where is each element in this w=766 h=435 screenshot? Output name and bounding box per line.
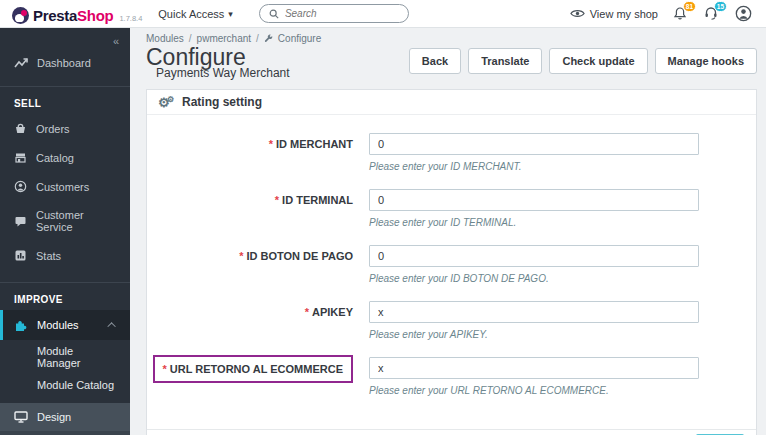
dashboard-icon [14, 57, 28, 69]
sidebar-item-stats[interactable]: Stats [0, 241, 130, 270]
field-help: Please enter your URL RETORNO AL ECOMMER… [369, 385, 699, 396]
panel-header: ⚙⚙ Rating setting [147, 90, 756, 115]
breadcrumb-pwmerchant[interactable]: pwmerchant [197, 33, 251, 44]
top-right-cluster: View my shop 81 15 [570, 5, 766, 22]
notifications-button[interactable]: 81 [673, 6, 689, 22]
account-avatar[interactable] [735, 5, 752, 22]
search-box[interactable] [259, 4, 409, 23]
field-help: Please enter your ID MERCHANT. [369, 161, 699, 172]
form-row-id-boton-de-pago: *ID BOTON DE PAGO Please enter your ID B… [147, 245, 756, 284]
field-label: *ID TERMINAL [147, 189, 353, 228]
notifications-badge: 81 [683, 1, 696, 12]
field-help: Please enter your APIKEY. [369, 329, 699, 340]
sidebar: « Dashboard SELL Orders Catalog Customer… [0, 28, 130, 435]
field-label: *URL RETORNO AL ECOMMERCE [147, 357, 353, 396]
brand-secondary: Shop [77, 7, 113, 24]
required-mark: * [239, 250, 243, 262]
check-update-button[interactable]: Check update [549, 48, 647, 74]
stats-icon [14, 249, 27, 262]
design-icon [14, 411, 28, 423]
form-row-url-retorno: *URL RETORNO AL ECOMMERCE Please enter y… [147, 357, 756, 396]
required-mark: * [163, 363, 167, 375]
sidebar-item-dashboard[interactable]: Dashboard [0, 49, 130, 77]
prestashop-admin: PrestaShop 1.7.8.4 Quick Access ▾ View m… [0, 0, 766, 435]
sidebar-section-improve: IMPROVE [0, 285, 130, 310]
sidebar-item-label: Customer Service [36, 209, 116, 233]
view-my-shop-link[interactable]: View my shop [570, 8, 658, 20]
sidebar-item-label: Modules [37, 319, 79, 331]
sidebar-item-customer-service[interactable]: Customer Service [0, 201, 130, 241]
view-my-shop-label: View my shop [590, 8, 658, 20]
search-icon [269, 9, 279, 19]
title-block: Configure Payments Way Merchant [146, 46, 290, 80]
id-terminal-input[interactable] [369, 189, 699, 211]
messages-badge: 15 [714, 1, 727, 12]
translate-button[interactable]: Translate [468, 48, 542, 74]
messages-button[interactable]: 15 [704, 6, 720, 22]
apikey-input[interactable] [369, 301, 699, 323]
page-header: Configure Payments Way Merchant Back Tra… [146, 46, 757, 80]
wrench-icon [264, 34, 273, 43]
sidebar-item-module-manager[interactable]: Module Manager [0, 340, 130, 374]
sidebar-collapse-icon[interactable]: « [0, 28, 130, 49]
id-merchant-input[interactable] [369, 133, 699, 155]
sidebar-item-label: Dashboard [37, 57, 91, 69]
field-help: Please enter your ID TERMINAL. [369, 217, 699, 228]
field-help: Please enter your ID BOTON DE PAGO. [369, 273, 699, 284]
breadcrumb-configure[interactable]: Configure [278, 33, 321, 44]
brand-primary: Presta [33, 7, 77, 24]
field-label: *APIKEY [147, 301, 353, 340]
sidebar-item-label: Catalog [36, 152, 74, 164]
sidebar-item-label: Stats [36, 250, 61, 262]
panel-body: *ID MERCHANT Please enter your ID MERCHA… [147, 115, 756, 396]
caret-down-icon: ▾ [228, 9, 233, 19]
highlight-annotation-box: *URL RETORNO AL ECOMMERCE [153, 355, 353, 383]
url-retorno-input[interactable] [369, 357, 699, 379]
sidebar-divider [0, 282, 130, 283]
top-bar: PrestaShop 1.7.8.4 Quick Access ▾ View m… [0, 0, 766, 28]
search-input[interactable] [285, 8, 399, 19]
sidebar-divider [0, 86, 130, 87]
sidebar-item-customers[interactable]: Customers [0, 172, 130, 201]
quick-access-label: Quick Access [158, 8, 224, 20]
field-control: Please enter your ID BOTON DE PAGO. [369, 245, 699, 284]
quick-access-menu[interactable]: Quick Access ▾ [158, 8, 233, 20]
sidebar-item-label: Customers [36, 181, 89, 193]
required-mark: * [275, 194, 279, 206]
sidebar-item-orders[interactable]: Orders [0, 114, 130, 143]
orders-icon [14, 122, 27, 135]
eye-icon [570, 8, 585, 19]
sidebar-item-module-catalog[interactable]: Module Catalog [0, 374, 130, 396]
sidebar-item-modules[interactable]: Modules [0, 310, 130, 340]
field-control: Please enter your URL RETORNO AL ECOMMER… [369, 357, 699, 396]
sidebar-item-design[interactable]: Design [0, 403, 130, 431]
chevron-up-icon [107, 322, 115, 330]
breadcrumb-separator: / [256, 33, 259, 44]
page-title: Configure [146, 46, 290, 68]
manage-hooks-button[interactable]: Manage hooks [655, 48, 757, 74]
sidebar-item-label: Design [37, 411, 71, 423]
id-boton-de-pago-input[interactable] [369, 245, 699, 267]
prestashop-logo-icon [12, 7, 29, 24]
sidebar-item-catalog[interactable]: Catalog [0, 143, 130, 172]
main-content: Modules / pwmerchant / Configure Configu… [130, 28, 766, 435]
panel-title: Rating setting [182, 95, 262, 109]
breadcrumb-modules[interactable]: Modules [146, 33, 184, 44]
prestashop-logo[interactable]: PrestaShop 1.7.8.4 [0, 4, 142, 24]
breadcrumb-separator: / [189, 33, 192, 44]
panel-footer [147, 429, 756, 435]
header-actions: Back Translate Check update Manage hooks [409, 46, 757, 74]
back-button[interactable]: Back [409, 48, 461, 74]
customer-service-icon [14, 215, 27, 228]
field-control: Please enter your ID TERMINAL. [369, 189, 699, 228]
version-label: 1.7.8.4 [119, 14, 142, 23]
customers-icon [14, 180, 27, 193]
sidebar-section-sell: SELL [0, 89, 130, 114]
gears-icon: ⚙⚙ [158, 96, 175, 109]
breadcrumb: Modules / pwmerchant / Configure [146, 33, 757, 44]
form-row-apikey: *APIKEY Please enter your APIKEY. [147, 301, 756, 340]
field-label: *ID MERCHANT [147, 133, 353, 172]
form-row-id-terminal: *ID TERMINAL Please enter your ID TERMIN… [147, 189, 756, 228]
modules-icon [14, 318, 28, 332]
field-control: Please enter your ID MERCHANT. [369, 133, 699, 172]
